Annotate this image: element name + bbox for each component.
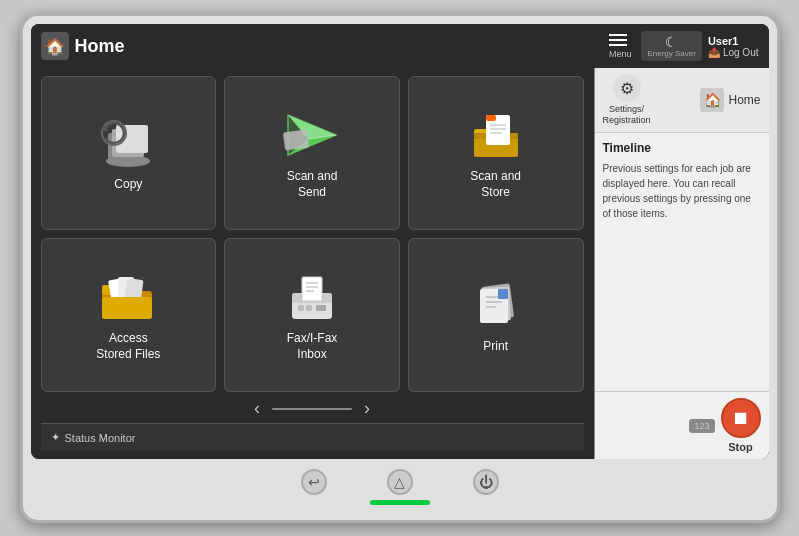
pagination: ‹ › bbox=[41, 392, 584, 423]
access-files-icon bbox=[96, 269, 160, 325]
svg-rect-12 bbox=[283, 130, 308, 150]
fax-icon bbox=[280, 269, 344, 325]
timeline-title: Timeline bbox=[603, 141, 761, 155]
num-badge: 123 bbox=[689, 419, 714, 433]
scan-send-label: Scan andSend bbox=[287, 169, 338, 200]
page-title: Home bbox=[75, 36, 125, 57]
logout-label: Log Out bbox=[723, 47, 759, 58]
access-files-tile[interactable]: AccessStored Files bbox=[41, 238, 217, 392]
svg-rect-33 bbox=[316, 305, 326, 311]
status-bar: ✦ Status Monitor bbox=[41, 423, 584, 451]
svg-rect-34 bbox=[298, 305, 304, 311]
device-bottom: ↩ △ ⏻ bbox=[31, 459, 769, 509]
top-bar-left: 🏠 Home bbox=[41, 32, 125, 60]
scan-send-tile[interactable]: Scan andSend bbox=[224, 76, 400, 230]
access-files-label: AccessStored Files bbox=[96, 331, 160, 362]
fax-tile[interactable]: Fax/I-FaxInbox bbox=[224, 238, 400, 392]
logout-button[interactable]: 📤 Log Out bbox=[708, 47, 759, 58]
indicator-bar bbox=[370, 500, 430, 505]
home-hw-button[interactable]: △ bbox=[387, 469, 413, 495]
stop-icon: ⏹ bbox=[721, 398, 761, 438]
copy-icon bbox=[96, 115, 160, 171]
status-monitor-button[interactable]: ✦ Status Monitor bbox=[51, 431, 136, 444]
settings-label: Settings/Registration bbox=[603, 104, 651, 126]
svg-rect-29 bbox=[302, 277, 322, 301]
home-icon-box: 🏠 bbox=[41, 32, 69, 60]
status-monitor-icon: ✦ bbox=[51, 431, 60, 444]
page-indicator bbox=[272, 408, 352, 410]
stop-btn-container: 123 ⏹ Stop bbox=[595, 391, 769, 459]
scan-store-label: Scan andStore bbox=[470, 169, 521, 200]
svg-rect-35 bbox=[306, 305, 312, 311]
home-label-right: Home bbox=[728, 93, 760, 107]
copy-label: Copy bbox=[114, 177, 142, 193]
svg-rect-26 bbox=[102, 297, 152, 319]
device-shell: 🏠 Home Menu ☾ Energy Saver User1 📤 bbox=[20, 13, 780, 523]
bottom-buttons: ↩ △ ⏻ bbox=[301, 469, 499, 495]
print-tile[interactable]: Print bbox=[408, 238, 584, 392]
grid-panel: Copy bbox=[31, 68, 594, 459]
settings-button[interactable]: ⚙ Settings/Registration bbox=[603, 74, 651, 126]
user-section: User1 📤 Log Out bbox=[708, 35, 759, 58]
moon-icon: ☾ bbox=[665, 34, 678, 50]
menu-label: Menu bbox=[609, 49, 632, 59]
timeline-desc: Previous settings for each job are displ… bbox=[603, 161, 761, 221]
stop-label: Stop bbox=[728, 441, 752, 453]
copy-tile[interactable]: Copy bbox=[41, 76, 217, 230]
svg-rect-17 bbox=[486, 115, 496, 121]
gear-icon: ⚙ bbox=[613, 74, 641, 102]
home-icon-title: 🏠 Home bbox=[41, 32, 125, 60]
scan-store-tile[interactable]: Scan andStore bbox=[408, 76, 584, 230]
timeline-section: Timeline Previous settings for each job … bbox=[595, 133, 769, 391]
user-name: User1 bbox=[708, 35, 739, 47]
app-grid: Copy bbox=[41, 76, 584, 392]
energy-label: Energy Saver bbox=[647, 50, 695, 59]
energy-saver-button[interactable]: ☾ Energy Saver bbox=[641, 31, 701, 62]
print-label: Print bbox=[483, 339, 508, 355]
power-button[interactable]: ⏻ bbox=[473, 469, 499, 495]
main-content: Copy bbox=[31, 68, 769, 459]
num-badge-area: 123 bbox=[689, 398, 714, 453]
menu-button[interactable]: Menu bbox=[605, 30, 636, 63]
scan-store-icon bbox=[464, 107, 528, 163]
top-bar: 🏠 Home Menu ☾ Energy Saver User1 📤 bbox=[31, 24, 769, 68]
scan-send-icon bbox=[280, 107, 344, 163]
back-button[interactable]: ↩ bbox=[301, 469, 327, 495]
right-panel-top: ⚙ Settings/Registration 🏠 Home bbox=[595, 68, 769, 133]
logout-icon: 📤 bbox=[708, 47, 720, 58]
fax-label: Fax/I-FaxInbox bbox=[287, 331, 338, 362]
svg-rect-42 bbox=[498, 289, 508, 299]
home-icon-right: 🏠 bbox=[700, 88, 724, 112]
screen-area: 🏠 Home Menu ☾ Energy Saver User1 📤 bbox=[31, 24, 769, 459]
print-icon bbox=[464, 277, 528, 333]
top-bar-right: Menu ☾ Energy Saver User1 📤 Log Out bbox=[605, 30, 759, 63]
prev-page-button[interactable]: ‹ bbox=[254, 398, 260, 419]
next-page-button[interactable]: › bbox=[364, 398, 370, 419]
stop-button[interactable]: ⏹ Stop bbox=[721, 398, 761, 453]
status-monitor-label: Status Monitor bbox=[65, 432, 136, 444]
right-panel: ⚙ Settings/Registration 🏠 Home Timeline … bbox=[594, 68, 769, 459]
home-button-right[interactable]: 🏠 Home bbox=[700, 88, 760, 112]
